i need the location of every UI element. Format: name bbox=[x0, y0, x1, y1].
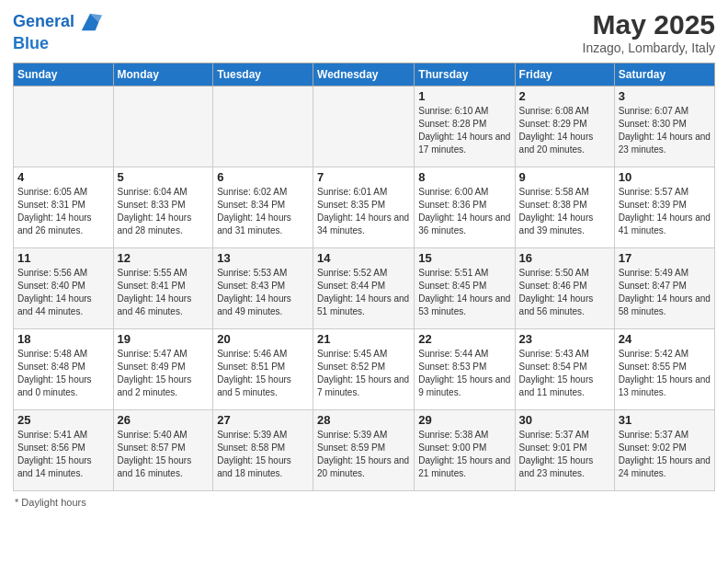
day-info: Sunrise: 5:38 AM Sunset: 9:00 PM Dayligh… bbox=[418, 429, 510, 480]
day-number: 8 bbox=[418, 170, 510, 184]
day-info: Sunrise: 5:45 AM Sunset: 8:52 PM Dayligh… bbox=[317, 348, 410, 399]
day-number: 16 bbox=[519, 251, 610, 265]
day-number: 20 bbox=[217, 332, 309, 346]
day-info: Sunrise: 6:04 AM Sunset: 8:33 PM Dayligh… bbox=[118, 186, 210, 237]
calendar-week-row: 11Sunrise: 5:56 AM Sunset: 8:40 PM Dayli… bbox=[14, 248, 715, 329]
day-number: 4 bbox=[17, 170, 109, 184]
calendar-cell: 7Sunrise: 6:01 AM Sunset: 8:35 PM Daylig… bbox=[313, 167, 415, 248]
logo-text-blue: Blue bbox=[13, 35, 104, 53]
calendar-cell: 9Sunrise: 5:58 AM Sunset: 8:38 PM Daylig… bbox=[515, 167, 614, 248]
calendar-cell: 22Sunrise: 5:44 AM Sunset: 8:53 PM Dayli… bbox=[415, 329, 515, 410]
day-info: Sunrise: 6:00 AM Sunset: 8:36 PM Dayligh… bbox=[418, 186, 510, 237]
calendar-cell: 8Sunrise: 6:00 AM Sunset: 8:36 PM Daylig… bbox=[415, 167, 515, 248]
day-number: 19 bbox=[118, 332, 210, 346]
day-number: 10 bbox=[619, 170, 711, 184]
subtitle: Inzago, Lombardy, Italy bbox=[583, 40, 715, 55]
calendar-cell: 1Sunrise: 6:10 AM Sunset: 8:28 PM Daylig… bbox=[415, 86, 515, 167]
day-number: 21 bbox=[317, 332, 410, 346]
day-number: 6 bbox=[217, 170, 309, 184]
day-number: 7 bbox=[317, 170, 410, 184]
calendar-cell bbox=[14, 86, 114, 167]
day-number: 28 bbox=[317, 413, 410, 427]
calendar-cell: 19Sunrise: 5:47 AM Sunset: 8:49 PM Dayli… bbox=[113, 329, 213, 410]
day-number: 29 bbox=[418, 413, 510, 427]
calendar-weekday-header: Friday bbox=[515, 63, 614, 86]
calendar-header-row: SundayMondayTuesdayWednesdayThursdayFrid… bbox=[14, 63, 715, 86]
day-info: Sunrise: 5:37 AM Sunset: 9:01 PM Dayligh… bbox=[519, 429, 610, 480]
day-info: Sunrise: 5:48 AM Sunset: 8:48 PM Dayligh… bbox=[17, 348, 109, 399]
day-info: Sunrise: 6:10 AM Sunset: 8:28 PM Dayligh… bbox=[418, 105, 510, 156]
calendar-weekday-header: Wednesday bbox=[313, 63, 415, 86]
main-title: May 2025 bbox=[583, 9, 715, 40]
day-number: 5 bbox=[118, 170, 210, 184]
daylight-label: Daylight hours bbox=[21, 497, 85, 508]
logo-text: General bbox=[13, 13, 74, 31]
header: General Blue May 2025 Inzago, Lombardy, … bbox=[13, 9, 715, 55]
calendar-weekday-header: Sunday bbox=[14, 63, 114, 86]
day-number: 12 bbox=[118, 251, 210, 265]
day-info: Sunrise: 5:42 AM Sunset: 8:55 PM Dayligh… bbox=[619, 348, 711, 399]
day-info: Sunrise: 5:39 AM Sunset: 8:58 PM Dayligh… bbox=[217, 429, 309, 480]
calendar-cell: 20Sunrise: 5:46 AM Sunset: 8:51 PM Dayli… bbox=[213, 329, 313, 410]
calendar-cell: 28Sunrise: 5:39 AM Sunset: 8:59 PM Dayli… bbox=[313, 410, 415, 491]
day-number: 15 bbox=[418, 251, 510, 265]
day-info: Sunrise: 6:02 AM Sunset: 8:34 PM Dayligh… bbox=[217, 186, 309, 237]
title-block: May 2025 Inzago, Lombardy, Italy bbox=[583, 9, 715, 55]
day-number: 17 bbox=[619, 251, 711, 265]
day-info: Sunrise: 5:56 AM Sunset: 8:40 PM Dayligh… bbox=[17, 267, 109, 318]
calendar-cell: 5Sunrise: 6:04 AM Sunset: 8:33 PM Daylig… bbox=[113, 167, 213, 248]
day-info: Sunrise: 5:37 AM Sunset: 9:02 PM Dayligh… bbox=[619, 429, 711, 480]
calendar-weekday-header: Tuesday bbox=[213, 63, 313, 86]
day-number: 24 bbox=[619, 332, 711, 346]
day-info: Sunrise: 5:58 AM Sunset: 8:38 PM Dayligh… bbox=[519, 186, 610, 237]
calendar-cell bbox=[113, 86, 213, 167]
day-info: Sunrise: 5:52 AM Sunset: 8:44 PM Dayligh… bbox=[317, 267, 410, 318]
day-info: Sunrise: 6:05 AM Sunset: 8:31 PM Dayligh… bbox=[17, 186, 109, 237]
calendar-cell: 15Sunrise: 5:51 AM Sunset: 8:45 PM Dayli… bbox=[415, 248, 515, 329]
day-number: 23 bbox=[519, 332, 610, 346]
day-info: Sunrise: 5:46 AM Sunset: 8:51 PM Dayligh… bbox=[217, 348, 309, 399]
day-info: Sunrise: 5:55 AM Sunset: 8:41 PM Dayligh… bbox=[118, 267, 210, 318]
day-number: 22 bbox=[418, 332, 510, 346]
day-number: 9 bbox=[519, 170, 610, 184]
day-info: Sunrise: 5:51 AM Sunset: 8:45 PM Dayligh… bbox=[418, 267, 510, 318]
day-info: Sunrise: 5:40 AM Sunset: 8:57 PM Dayligh… bbox=[118, 429, 210, 480]
calendar-week-row: 4Sunrise: 6:05 AM Sunset: 8:31 PM Daylig… bbox=[14, 167, 715, 248]
calendar-cell: 12Sunrise: 5:55 AM Sunset: 8:41 PM Dayli… bbox=[113, 248, 213, 329]
day-info: Sunrise: 5:44 AM Sunset: 8:53 PM Dayligh… bbox=[418, 348, 510, 399]
calendar-cell: 18Sunrise: 5:48 AM Sunset: 8:48 PM Dayli… bbox=[14, 329, 114, 410]
calendar-cell: 25Sunrise: 5:41 AM Sunset: 8:56 PM Dayli… bbox=[14, 410, 114, 491]
calendar-cell: 31Sunrise: 5:37 AM Sunset: 9:02 PM Dayli… bbox=[614, 410, 714, 491]
calendar-cell: 11Sunrise: 5:56 AM Sunset: 8:40 PM Dayli… bbox=[14, 248, 114, 329]
day-info: Sunrise: 5:49 AM Sunset: 8:47 PM Dayligh… bbox=[619, 267, 711, 318]
day-number: 3 bbox=[619, 89, 711, 103]
calendar-week-row: 18Sunrise: 5:48 AM Sunset: 8:48 PM Dayli… bbox=[14, 329, 715, 410]
calendar-weekday-header: Monday bbox=[113, 63, 213, 86]
day-info: Sunrise: 6:01 AM Sunset: 8:35 PM Dayligh… bbox=[317, 186, 410, 237]
day-number: 25 bbox=[17, 413, 109, 427]
calendar-cell bbox=[213, 86, 313, 167]
calendar-cell: 17Sunrise: 5:49 AM Sunset: 8:47 PM Dayli… bbox=[614, 248, 714, 329]
calendar-week-row: 25Sunrise: 5:41 AM Sunset: 8:56 PM Dayli… bbox=[14, 410, 715, 491]
calendar-cell bbox=[313, 86, 415, 167]
day-info: Sunrise: 6:08 AM Sunset: 8:29 PM Dayligh… bbox=[519, 105, 610, 156]
day-number: 14 bbox=[317, 251, 410, 265]
calendar-cell: 6Sunrise: 6:02 AM Sunset: 8:34 PM Daylig… bbox=[213, 167, 313, 248]
day-number: 2 bbox=[519, 89, 610, 103]
calendar-cell: 26Sunrise: 5:40 AM Sunset: 8:57 PM Dayli… bbox=[113, 410, 213, 491]
calendar-cell: 29Sunrise: 5:38 AM Sunset: 9:00 PM Dayli… bbox=[415, 410, 515, 491]
day-number: 1 bbox=[418, 89, 510, 103]
day-number: 31 bbox=[619, 413, 711, 427]
day-info: Sunrise: 5:53 AM Sunset: 8:43 PM Dayligh… bbox=[217, 267, 309, 318]
calendar-table: SundayMondayTuesdayWednesdayThursdayFrid… bbox=[13, 63, 715, 491]
day-info: Sunrise: 5:57 AM Sunset: 8:39 PM Dayligh… bbox=[619, 186, 711, 237]
calendar-cell: 24Sunrise: 5:42 AM Sunset: 8:55 PM Dayli… bbox=[614, 329, 714, 410]
calendar-cell: 4Sunrise: 6:05 AM Sunset: 8:31 PM Daylig… bbox=[14, 167, 114, 248]
calendar-cell: 10Sunrise: 5:57 AM Sunset: 8:39 PM Dayli… bbox=[614, 167, 714, 248]
day-info: Sunrise: 5:39 AM Sunset: 8:59 PM Dayligh… bbox=[317, 429, 410, 480]
calendar-weekday-header: Thursday bbox=[415, 63, 515, 86]
day-info: Sunrise: 5:50 AM Sunset: 8:46 PM Dayligh… bbox=[519, 267, 610, 318]
day-number: 18 bbox=[17, 332, 109, 346]
calendar-cell: 21Sunrise: 5:45 AM Sunset: 8:52 PM Dayli… bbox=[313, 329, 415, 410]
calendar-cell: 27Sunrise: 5:39 AM Sunset: 8:58 PM Dayli… bbox=[213, 410, 313, 491]
